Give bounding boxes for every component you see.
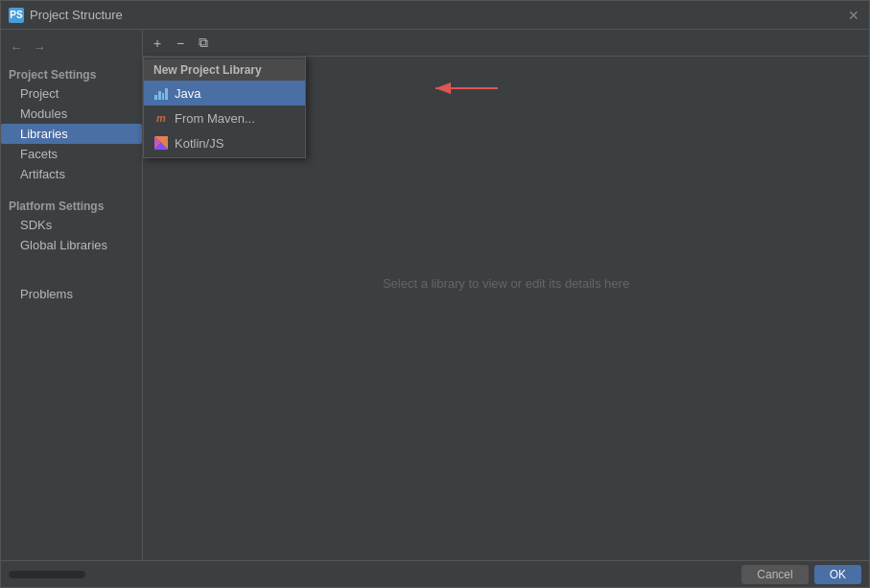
maven-icon: m [153,110,169,126]
dropdown-item-java[interactable]: Java [144,81,305,106]
sidebar-item-problems[interactable]: Problems [1,284,142,304]
dropdown-header: New Project Library [144,59,305,81]
remove-button[interactable]: − [170,33,191,54]
main-content: ← → Project Settings Project Modules Lib… [1,30,869,560]
ok-button[interactable]: OK [814,565,861,584]
kotlin-icon [153,135,169,151]
sidebar-item-global-libraries[interactable]: Global Libraries [1,235,142,255]
bottom-bar: Cancel OK [1,560,869,587]
right-panel: + − ⧉ New Project Library [143,30,869,560]
java-icon [153,85,169,101]
sidebar-item-facets[interactable]: Facets [1,144,142,164]
toolbar: + − ⧉ New Project Library [143,30,869,57]
project-settings-label: Project Settings [1,60,142,83]
app-icon: PS [9,8,24,23]
action-buttons: Cancel OK [741,565,861,584]
select-hint-text: Select a library to view or edit its det… [383,276,629,291]
window-title: Project Structure [30,8,123,22]
title-bar: PS Project Structure ✕ [1,1,869,30]
sidebar-item-libraries[interactable]: Libraries [1,124,142,144]
sidebar-item-sdks[interactable]: SDKs [1,215,142,235]
forward-button[interactable]: → [30,37,49,57]
dropdown-item-kotlin-label: Kotlin/JS [175,136,223,151]
sidebar-item-project[interactable]: Project [1,83,142,104]
scrollbar[interactable] [9,571,85,578]
back-button[interactable]: ← [7,37,26,57]
app-icon-label: PS [10,10,22,20]
project-structure-window: PS Project Structure ✕ ← → Project Setti… [0,0,870,588]
dropdown-item-kotlin[interactable]: Kotlin/JS [144,130,305,155]
nav-bar: ← → [1,34,142,60]
title-bar-left: PS Project Structure [9,8,123,23]
sidebar: ← → Project Settings Project Modules Lib… [1,30,143,560]
dropdown-item-maven[interactable]: m From Maven... [144,106,305,130]
dropdown-item-maven-label: From Maven... [175,111,255,126]
copy-button[interactable]: ⧉ [193,33,214,54]
new-project-library-dropdown: New Project Library Java [143,57,306,158]
sidebar-item-modules[interactable]: Modules [1,104,142,124]
add-button[interactable]: + [147,33,168,54]
close-button[interactable]: ✕ [846,8,861,23]
dropdown-item-java-label: Java [175,86,200,101]
cancel-button[interactable]: Cancel [741,565,808,584]
sidebar-item-artifacts[interactable]: Artifacts [1,164,142,184]
platform-settings-label: Platform Settings [1,192,142,215]
